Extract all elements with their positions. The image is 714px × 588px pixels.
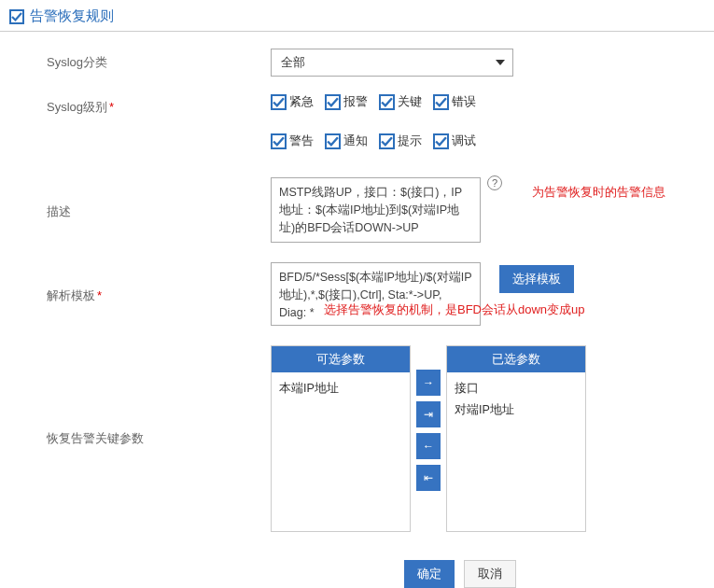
level-label: 错误 [452,93,476,110]
level-checkbox[interactable]: 警告 [271,133,314,149]
move-right-button[interactable]: → [416,370,441,396]
available-panel: 可选参数 本端IP地址 [271,345,411,532]
checkbox-icon [433,94,449,110]
checkbox-icon [433,133,449,149]
annotation-description: 为告警恢复时的告警信息 [532,183,681,202]
level-label: 报警 [343,93,368,110]
checkbox-icon [379,133,395,149]
level-checkbox[interactable]: 紧急 [271,93,314,110]
level-label: 警告 [289,133,314,149]
level-checkbox[interactable]: 错误 [433,93,476,110]
level-label: 通知 [343,133,368,149]
label-syslog-level: Syslog级别* [47,93,271,116]
description-textarea[interactable] [271,177,481,243]
checkbox-icon[interactable] [9,9,24,24]
checkbox-icon [271,94,287,110]
section-header: 告警恢复规则 [0,0,714,32]
label-parse-template: 解析模板* [47,287,271,304]
list-item[interactable]: 接口 [455,378,578,399]
list-item[interactable]: 本端IP地址 [279,378,402,399]
label-syslog-category: Syslog分类 [47,49,271,71]
chevron-down-icon [496,60,505,65]
syslog-category-select[interactable]: 全部 [271,49,513,77]
select-template-button[interactable]: 选择模板 [499,265,574,293]
checkbox-icon [379,94,395,110]
selected-panel: 已选参数 接口对端IP地址 [446,345,586,532]
level-checkbox[interactable]: 报警 [325,93,368,110]
checkbox-icon [271,133,287,149]
move-left-button[interactable]: ← [416,433,441,459]
level-checkbox[interactable]: 调试 [433,133,476,149]
level-label: 调试 [452,133,476,149]
level-checkbox[interactable]: 通知 [325,133,368,149]
level-label: 提示 [398,133,422,149]
transfer-widget: 可选参数 本端IP地址 → ⇥ ← ⇤ 已选参数 接口对端IP地址 [271,345,714,532]
move-right-all-button[interactable]: ⇥ [416,401,441,427]
checkbox-icon [325,133,341,149]
ok-button[interactable]: 确定 [404,560,455,588]
available-header: 可选参数 [272,346,410,372]
checkbox-icon [325,94,341,110]
label-recovery-params: 恢复告警关键参数 [47,430,271,447]
level-label: 关键 [398,93,422,110]
cancel-button[interactable]: 取消 [464,560,516,588]
annotation-template: 选择告警恢复的机制，是BFD会话从down变成up [324,301,585,318]
selected-list[interactable]: 接口对端IP地址 [447,372,585,531]
level-label: 紧急 [289,93,314,110]
move-left-all-button[interactable]: ⇤ [416,465,441,491]
list-item[interactable]: 对端IP地址 [455,399,578,421]
syslog-category-value: 全部 [281,54,305,71]
level-checkbox[interactable]: 提示 [379,133,422,149]
selected-header: 已选参数 [447,346,585,372]
level-checkbox[interactable]: 关键 [379,93,422,110]
section-title: 告警恢复规则 [30,7,114,25]
syslog-level-group: 紧急报警关键错误警告通知提示调试 [271,93,714,161]
available-list[interactable]: 本端IP地址 [272,372,410,531]
label-description: 描述 [47,203,271,220]
help-icon[interactable]: ? [487,175,502,190]
